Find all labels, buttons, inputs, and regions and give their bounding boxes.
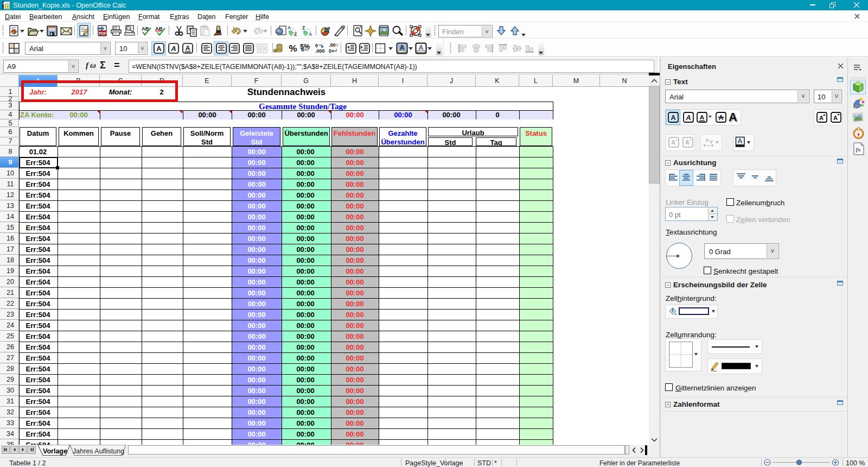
svg-text:A: A [288,25,291,30]
svg-text:A: A [400,44,405,52]
svg-text:A: A [819,115,824,121]
svg-text:0: 0 [336,42,339,48]
svg-text:0: 0 [315,43,318,48]
svg-text:A: A [170,45,176,53]
svg-text:fx: fx [856,146,861,153]
svg-text:A: A [418,44,423,52]
svg-text:A: A [671,114,675,122]
svg-text:A: A [718,114,723,122]
svg-text:Z: Z [302,25,305,30]
svg-text:.000: .000 [315,48,325,54]
svg-text:A: A [700,114,704,121]
svg-text:0: 0 [329,48,331,54]
svg-text:V: V [710,139,713,144]
svg-text:A: A [685,139,690,146]
svg-text:A: A [833,115,838,121]
svg-text:.00: .00 [329,42,336,48]
svg-text:$%: $% [300,43,310,51]
svg-text:A: A [309,31,312,37]
svg-text:A: A [685,114,691,122]
svg-text:A: A [156,45,162,53]
svg-text:A: A [737,137,743,145]
svg-text:PDF: PDF [99,31,107,35]
svg-text:A: A [186,45,190,52]
svg-text:N: N [858,128,859,130]
svg-text:%: % [289,43,297,54]
svg-text:Z: Z [294,31,297,37]
svg-text:A: A [671,139,675,146]
svg-text:A: A [705,137,709,143]
